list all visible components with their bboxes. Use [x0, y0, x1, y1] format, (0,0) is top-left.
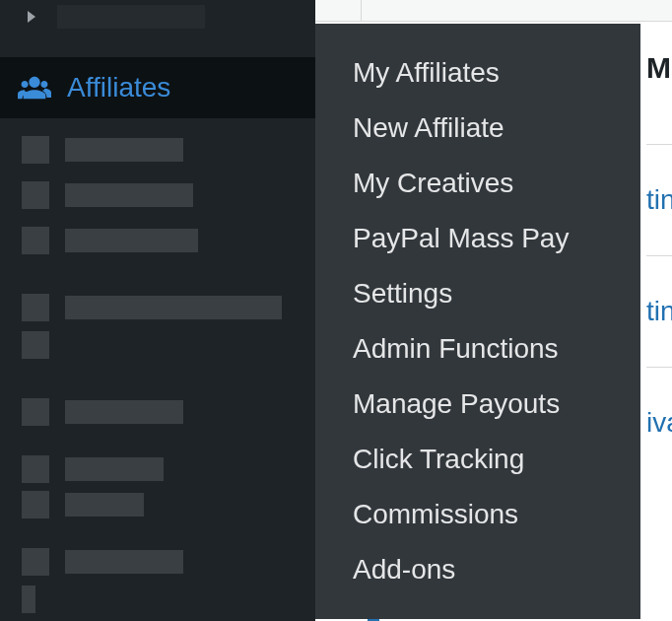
- sidebar-item-label: Affiliates: [67, 72, 170, 104]
- submenu-commissions[interactable]: Commissions: [315, 487, 640, 542]
- redacted-text: [57, 5, 205, 29]
- submenu-settings[interactable]: Settings: [315, 266, 640, 321]
- submenu-paypal-mass-pay[interactable]: PayPal Mass Pay: [315, 211, 640, 266]
- top-bar-divider: [361, 0, 672, 22]
- submenu-my-affiliates[interactable]: My Affiliates: [315, 45, 640, 101]
- submenu-click-tracking[interactable]: Click Tracking: [315, 432, 640, 487]
- submenu-new-affiliate[interactable]: New Affiliate: [315, 101, 640, 156]
- page-title: M: [646, 51, 672, 145]
- content-link[interactable]: iva: [646, 368, 672, 478]
- affiliates-submenu: My Affiliates New Affiliate My Creatives…: [315, 24, 640, 619]
- content-link[interactable]: ting: [646, 145, 672, 256]
- admin-sidebar: Affiliates: [0, 0, 315, 621]
- submenu-manage-payouts[interactable]: Manage Payouts: [315, 377, 640, 432]
- top-bar: [315, 0, 672, 22]
- redacted-sidebar-items: [0, 118, 315, 621]
- submenu-add-ons[interactable]: Add-ons: [315, 542, 640, 597]
- sidebar-item-affiliates[interactable]: Affiliates: [0, 57, 315, 118]
- content-link[interactable]: ting: [646, 256, 672, 368]
- submenu-my-creatives[interactable]: My Creatives: [315, 156, 640, 211]
- caret-right-icon: [22, 0, 41, 34]
- submenu-admin-functions[interactable]: Admin Functions: [315, 321, 640, 377]
- users-icon: [18, 71, 51, 104]
